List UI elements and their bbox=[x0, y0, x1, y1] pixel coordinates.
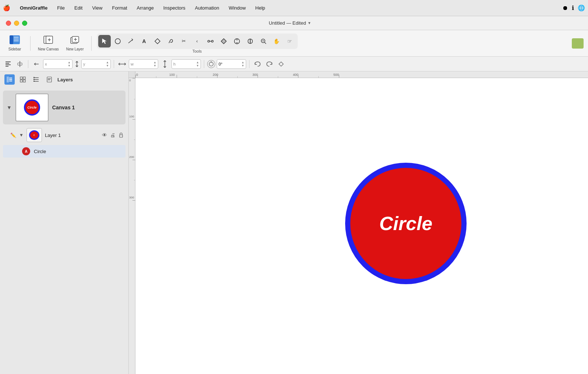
sidebar-outline-btn[interactable] bbox=[18, 74, 28, 85]
height-arrow-button[interactable] bbox=[160, 59, 170, 69]
svg-marker-19 bbox=[221, 39, 226, 44]
new-canvas-icon bbox=[43, 35, 53, 46]
svg-point-17 bbox=[211, 40, 213, 42]
svg-rect-27 bbox=[6, 61, 11, 62]
canvas-circle-label: Circle bbox=[379, 212, 433, 234]
tools-label: Tools bbox=[192, 49, 202, 53]
distribute-button[interactable] bbox=[15, 59, 25, 69]
menu-format[interactable]: Format bbox=[110, 4, 128, 11]
main-content: Layers ▼ Circle Canvas 1 ✏️ ▼ C bbox=[0, 71, 588, 374]
fmt-separator-2 bbox=[114, 60, 114, 68]
maximize-button[interactable] bbox=[22, 21, 27, 26]
group-tool-button[interactable] bbox=[231, 35, 243, 47]
traffic-lights bbox=[6, 21, 27, 26]
canvas-chevron-icon[interactable]: ▼ bbox=[7, 105, 12, 110]
object-name-label: Circle bbox=[34, 149, 46, 154]
menu-inspectors[interactable]: Inspectors bbox=[162, 4, 187, 11]
layer-lock-icon[interactable] bbox=[118, 132, 124, 139]
new-layer-label: New Layer bbox=[66, 47, 84, 51]
toolbar-separator-2 bbox=[91, 36, 92, 51]
svg-rect-29 bbox=[6, 64, 11, 65]
fmt-separator-4 bbox=[249, 60, 249, 68]
sidebar-list-btn[interactable] bbox=[31, 74, 41, 85]
svg-point-22 bbox=[236, 42, 237, 43]
layer-print-icon[interactable]: 🖨 bbox=[110, 132, 115, 138]
shape-tool-button[interactable] bbox=[111, 35, 124, 47]
sidebar-bookmark-btn[interactable] bbox=[44, 74, 54, 85]
app-name[interactable]: OmniGraffle bbox=[18, 4, 49, 11]
svg-rect-2 bbox=[14, 37, 19, 38]
redo-button[interactable] bbox=[264, 59, 274, 69]
rotation-input[interactable]: 0° ▲ ▼ bbox=[217, 59, 246, 69]
hand-tool-button[interactable]: ✋ bbox=[270, 35, 283, 47]
sidebar-icon bbox=[10, 35, 20, 46]
close-button[interactable] bbox=[6, 21, 11, 26]
text-tool-button[interactable]: A bbox=[138, 35, 150, 47]
scissors-tool-button[interactable]: ✂ bbox=[178, 35, 190, 47]
y-axis-button[interactable] bbox=[74, 59, 80, 69]
canvas-circle[interactable]: Circle bbox=[345, 163, 467, 284]
new-layer-icon bbox=[70, 35, 80, 46]
fill-tool-button[interactable] bbox=[217, 35, 230, 47]
menu-icon-1[interactable]: ⏺ bbox=[562, 5, 568, 11]
canvas-item[interactable]: ▼ Circle Canvas 1 bbox=[3, 91, 125, 124]
new-layer-button[interactable]: New Layer bbox=[64, 32, 86, 54]
left-tool-button[interactable]: ‹ bbox=[191, 35, 203, 47]
pointer-tool-button[interactable]: ☞ bbox=[284, 35, 296, 47]
layer-visibility-icon[interactable]: 👁 bbox=[102, 132, 107, 138]
select-tool-button[interactable] bbox=[98, 35, 111, 47]
svg-rect-69 bbox=[48, 80, 50, 80]
new-canvas-button[interactable]: New Canvas bbox=[36, 32, 61, 54]
sidebar-toggle-button[interactable]: Sidebar bbox=[4, 32, 25, 54]
canvas-area[interactable]: 0 100 200 300 400 500 bbox=[129, 71, 588, 374]
menu-window[interactable]: Window bbox=[227, 4, 247, 11]
width-input[interactable]: w ▲ ▼ bbox=[129, 59, 158, 69]
circle-object-item[interactable]: A Circle bbox=[3, 145, 125, 158]
layer-item: ✏️ ▼ C Layer 1 👁 🖨 bbox=[0, 126, 128, 144]
rotation-circle-button[interactable] bbox=[207, 60, 215, 68]
x-position-input[interactable]: x ▲ ▼ bbox=[43, 59, 72, 69]
tools-group: A ✂ ‹ bbox=[97, 33, 298, 49]
ruler-top: 0 100 200 300 400 500 bbox=[135, 71, 588, 78]
layer-controls: 👁 🖨 bbox=[102, 132, 124, 139]
width-arrow-button[interactable] bbox=[117, 59, 127, 69]
move-left-button[interactable] bbox=[31, 59, 42, 69]
toolbar: Sidebar New Canvas New Layer bbox=[0, 30, 588, 57]
zoom-tool-button[interactable] bbox=[257, 35, 270, 47]
menubar: 🍎 OmniGraffle File Edit View Format Arra… bbox=[0, 0, 588, 16]
svg-rect-55 bbox=[9, 79, 12, 80]
title-chevron-icon[interactable]: ▼ bbox=[308, 21, 311, 25]
menu-file[interactable]: File bbox=[56, 4, 66, 11]
menu-automation[interactable]: Automation bbox=[194, 4, 221, 11]
align-left-button[interactable] bbox=[3, 59, 13, 69]
layer-pencil-icon[interactable]: ✏️ bbox=[10, 133, 16, 138]
y-position-input[interactable]: y ▲ ▼ bbox=[81, 59, 111, 69]
canvas-white[interactable]: Circle bbox=[135, 78, 588, 374]
menu-edit[interactable]: Edit bbox=[73, 4, 84, 11]
menu-arrange[interactable]: Arrange bbox=[135, 4, 155, 11]
object-badge: A bbox=[22, 147, 30, 155]
svg-rect-66 bbox=[33, 81, 35, 82]
layer-name-label: Layer 1 bbox=[45, 133, 99, 138]
fmt-separator-3 bbox=[204, 60, 204, 68]
connect-tool-button[interactable] bbox=[204, 35, 217, 47]
menu-icon-2[interactable]: ℹ bbox=[572, 4, 574, 11]
boolean-tool-button[interactable] bbox=[244, 35, 256, 47]
undo-button[interactable] bbox=[252, 59, 263, 69]
minimize-button[interactable] bbox=[14, 21, 19, 26]
layer-expand-icon[interactable]: ▼ bbox=[19, 133, 24, 138]
pen-tool-button[interactable] bbox=[164, 35, 177, 47]
rotation-value: 0° bbox=[219, 62, 223, 66]
svg-rect-1 bbox=[10, 35, 13, 44]
menu-view[interactable]: View bbox=[91, 4, 104, 11]
more-button[interactable] bbox=[276, 59, 286, 69]
menu-icon-3[interactable]: 🌐 bbox=[578, 4, 585, 11]
diamond-tool-button[interactable] bbox=[151, 35, 164, 47]
canvas-thumbnail: Circle bbox=[15, 94, 49, 121]
sidebar-layers-btn[interactable] bbox=[4, 74, 15, 85]
menu-help[interactable]: Help bbox=[254, 4, 267, 11]
line-tool-button[interactable] bbox=[125, 35, 137, 47]
sidebar: Layers ▼ Circle Canvas 1 ✏️ ▼ C bbox=[0, 71, 129, 374]
apple-menu[interactable]: 🍎 bbox=[3, 4, 10, 11]
height-input[interactable]: h ▲ ▼ bbox=[171, 59, 201, 69]
